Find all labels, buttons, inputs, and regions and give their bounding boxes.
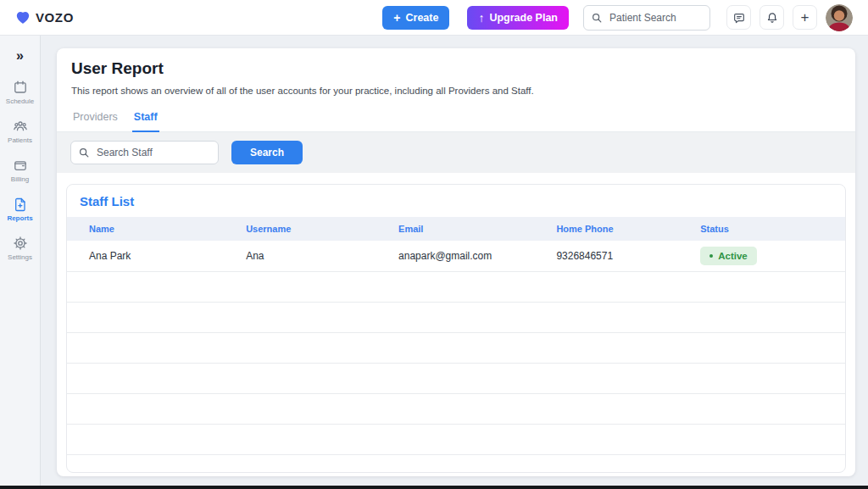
notifications-button[interactable] xyxy=(760,5,784,30)
sidebar: » Schedule Patients xyxy=(0,36,41,489)
staff-search-input[interactable] xyxy=(95,146,211,159)
cell-home_phone: 9326846571 xyxy=(556,250,700,262)
upgrade-plan-button[interactable]: ↑ Upgrade Plan xyxy=(467,6,569,30)
user-report-panel: User Report This report shows an overvie… xyxy=(57,48,855,476)
empty-table-row xyxy=(67,394,845,425)
screen-bottom-edge xyxy=(0,486,868,489)
report-icon xyxy=(13,197,28,212)
status-badge: Active xyxy=(700,247,757,265)
search-icon xyxy=(78,147,90,158)
column-header-home-phone: Home Phone xyxy=(556,224,700,234)
cell-name: Ana Park xyxy=(67,250,246,262)
report-tabs: Providers Staff xyxy=(57,108,855,132)
staff-search-box xyxy=(70,141,219,164)
chat-icon xyxy=(732,11,746,25)
table-row[interactable]: Ana ParkAnaanapark@gmail.com9326846571Ac… xyxy=(67,241,845,272)
user-avatar[interactable] xyxy=(826,4,853,31)
staff-table-header-row: NameUsernameEmailHome PhoneStatus xyxy=(67,217,845,241)
sidebar-item-label: Schedule xyxy=(6,97,34,105)
page-title: User Report xyxy=(71,59,841,78)
cell-email: anapark@gmail.com xyxy=(398,250,556,262)
empty-table-row xyxy=(67,425,845,455)
column-header-email: Email xyxy=(398,224,556,234)
empty-table-row xyxy=(67,272,845,303)
create-button-label: Create xyxy=(406,12,439,24)
calendar-icon xyxy=(13,80,28,95)
gear-icon xyxy=(13,236,28,251)
staff-filter-bar: Search xyxy=(57,132,855,173)
sidebar-item-label: Billing xyxy=(11,175,29,183)
quick-add-button[interactable]: + xyxy=(793,5,817,30)
search-icon xyxy=(591,12,603,24)
page-description: This report shows an overview of all of … xyxy=(71,86,841,96)
messages-button[interactable] xyxy=(726,5,751,30)
create-button[interactable]: + Create xyxy=(382,6,449,30)
empty-table-row xyxy=(67,455,845,473)
sidebar-item-label: Patients xyxy=(8,136,32,144)
staff-table-body: Ana ParkAnaanapark@gmail.com9326846571Ac… xyxy=(67,241,845,473)
sidebar-item-settings[interactable]: Settings xyxy=(0,234,40,263)
patient-search-input[interactable] xyxy=(608,11,703,25)
column-header-username: Username xyxy=(246,224,398,234)
empty-table-row xyxy=(67,333,845,364)
sidebar-expand-button[interactable]: » xyxy=(13,47,27,64)
patient-search-box xyxy=(583,5,710,31)
search-button[interactable]: Search xyxy=(231,141,303,164)
empty-table-row xyxy=(67,364,845,394)
cell-username: Ana xyxy=(246,250,398,262)
staff-list-card: Staff List NameUsernameEmailHome PhoneSt… xyxy=(66,184,846,473)
status-label: Active xyxy=(718,251,748,261)
upgrade-plan-label: Upgrade Plan xyxy=(489,12,558,24)
vozo-logo[interactable]: VOZO xyxy=(15,10,74,25)
empty-table-row xyxy=(67,303,845,333)
plus-icon: + xyxy=(393,12,400,24)
sidebar-item-billing[interactable]: Billing xyxy=(0,156,40,185)
plus-icon: + xyxy=(801,10,810,25)
heart-icon xyxy=(15,10,31,25)
sidebar-item-label: Reports xyxy=(7,214,32,222)
double-chevron-icon: » xyxy=(16,48,24,63)
patients-icon xyxy=(13,119,28,134)
sidebar-item-label: Settings xyxy=(8,253,32,261)
cell-status: Active xyxy=(700,247,845,265)
sidebar-item-schedule[interactable]: Schedule xyxy=(0,78,40,107)
arrow-up-icon: ↑ xyxy=(478,12,484,24)
sidebar-item-reports[interactable]: Reports xyxy=(0,195,40,224)
brand-name: VOZO xyxy=(36,10,74,25)
column-header-status: Status xyxy=(700,224,845,234)
wallet-icon xyxy=(13,158,28,173)
bell-icon xyxy=(765,11,779,25)
status-dot-icon xyxy=(709,254,713,258)
tab-providers[interactable]: Providers xyxy=(71,108,120,131)
sidebar-item-patients[interactable]: Patients xyxy=(0,117,40,146)
staff-list-title: Staff List xyxy=(67,185,845,217)
top-header: VOZO + Create ↑ Upgrade Plan xyxy=(0,0,868,36)
tab-staff[interactable]: Staff xyxy=(132,108,159,132)
column-header-name: Name xyxy=(67,224,246,234)
